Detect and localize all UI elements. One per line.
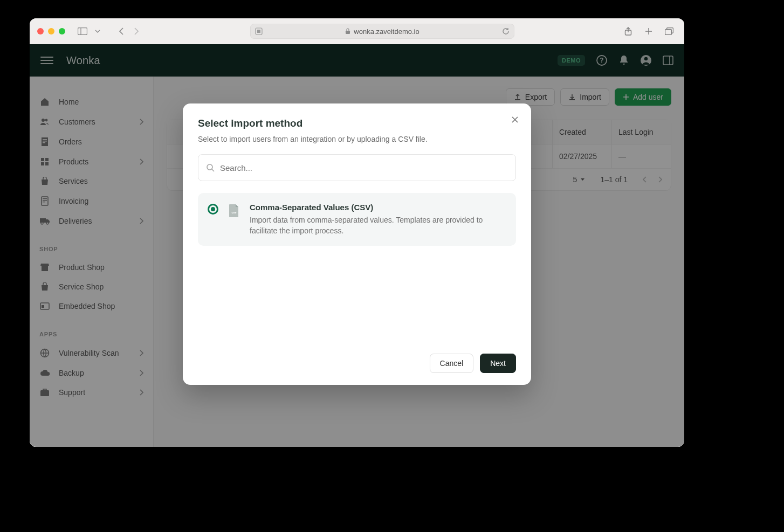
- window-close-button[interactable]: [37, 28, 44, 34]
- radio-selected[interactable]: [208, 204, 218, 215]
- traffic-lights: [37, 28, 65, 34]
- close-icon: [511, 116, 519, 123]
- app-shell: Wonka DEMO ? Ho: [30, 44, 684, 447]
- url-text: wonka.zaveitdemo.io: [354, 27, 419, 36]
- next-button[interactable]: Next: [480, 354, 516, 373]
- chevron-down-icon[interactable]: [91, 25, 104, 38]
- window-minimize-button[interactable]: [48, 28, 54, 34]
- svg-text:csv: csv: [231, 211, 237, 214]
- lock-icon: [345, 28, 350, 34]
- csv-file-icon: csv: [228, 204, 240, 218]
- privacy-shield-icon: [255, 27, 263, 35]
- import-method-modal: Select import method Select to import us…: [183, 103, 531, 385]
- forward-button[interactable]: [130, 25, 143, 38]
- svg-rect-4: [346, 31, 350, 34]
- share-button[interactable]: [622, 25, 635, 38]
- reload-button[interactable]: [502, 27, 510, 35]
- sidebar-toggle-button[interactable]: [76, 25, 89, 38]
- import-option-csv[interactable]: csv Comma-Separated Values (CSV) Import …: [198, 193, 516, 246]
- option-title: Comma-Separated Values (CSV): [250, 203, 506, 212]
- svg-rect-7: [665, 30, 672, 35]
- modal-subtitle: Select to import users from an integrati…: [198, 135, 516, 143]
- search-icon: [206, 163, 215, 172]
- cancel-button[interactable]: Cancel: [430, 354, 474, 373]
- browser-window: wonka.zaveitdemo.io Wonka: [30, 18, 684, 447]
- modal-title: Select import method: [198, 118, 516, 129]
- svg-point-38: [207, 164, 212, 170]
- svg-rect-3: [257, 30, 260, 33]
- browser-chrome: wonka.zaveitdemo.io: [30, 18, 684, 44]
- tabs-button[interactable]: [663, 25, 676, 38]
- url-bar[interactable]: wonka.zaveitdemo.io: [250, 24, 514, 39]
- back-button[interactable]: [115, 25, 128, 38]
- modal-overlay[interactable]: Select import method Select to import us…: [30, 44, 684, 447]
- option-description: Import data from comma-separated values.…: [250, 215, 506, 236]
- window-maximize-button[interactable]: [59, 28, 65, 34]
- search-box[interactable]: [198, 154, 516, 181]
- close-button[interactable]: [508, 113, 521, 126]
- new-tab-button[interactable]: [642, 25, 655, 38]
- svg-rect-0: [78, 28, 87, 35]
- search-input[interactable]: [220, 163, 508, 172]
